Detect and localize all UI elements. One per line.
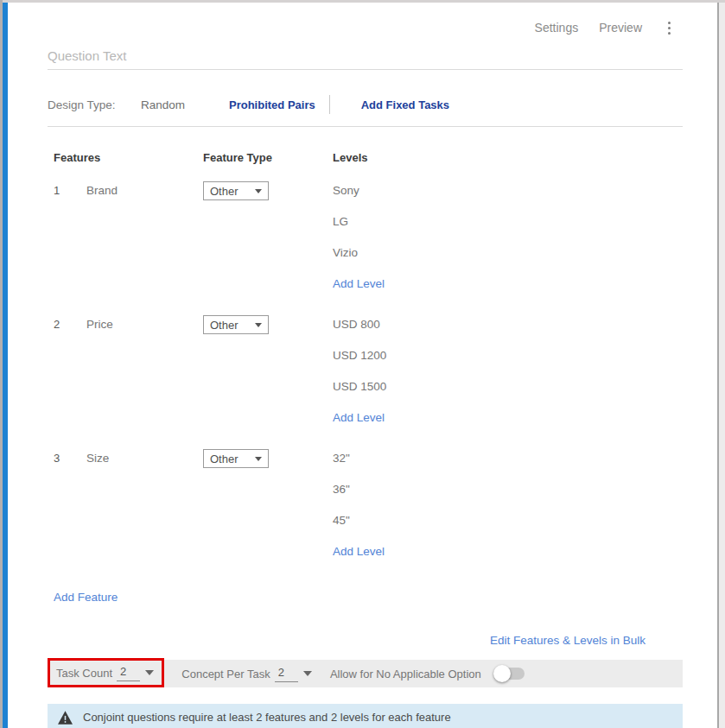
level-value[interactable]: Vizio (333, 244, 683, 263)
level-value[interactable]: 45" (333, 511, 683, 530)
chevron-down-icon (255, 323, 262, 327)
level-value[interactable]: LG (333, 212, 683, 231)
settings-button[interactable]: Settings (535, 21, 579, 35)
feature-name[interactable]: Brand (86, 181, 203, 200)
panel-right-border (717, 3, 719, 728)
question-text-input[interactable]: Question Text (48, 48, 683, 63)
toggle-knob (493, 665, 511, 682)
feature-type-value: Other (210, 185, 255, 198)
conjoint-controls-bar: Task Count 2 Concept Per Task 2 Allow fo… (48, 660, 683, 687)
warning-text: Conjoint questions require at least 2 fe… (83, 711, 451, 724)
levels-list: 32"36"45"Add Level (333, 449, 683, 573)
design-type-value[interactable]: Random (141, 98, 229, 111)
add-level-link[interactable]: Add Level (333, 275, 385, 294)
kebab-icon (668, 22, 671, 24)
concept-per-task-value[interactable]: 2 (275, 666, 298, 682)
concept-per-task-label: Concept Per Task (181, 668, 270, 681)
level-value[interactable]: USD 800 (333, 315, 683, 334)
feature-name[interactable]: Size (86, 449, 203, 468)
feature-type-select[interactable]: Other (203, 315, 269, 334)
feature-row: 3 Size Other 32"36"45"Add Level (48, 449, 683, 573)
scrollbar-track[interactable] (719, 3, 725, 728)
task-count-value[interactable]: 2 (117, 665, 140, 681)
features-column-header: Features (54, 151, 203, 164)
chevron-down-icon (255, 189, 262, 193)
na-option-label: Allow for No Applicable Option (330, 668, 481, 681)
level-value[interactable]: USD 1200 (333, 346, 683, 365)
question-text-underline (48, 69, 683, 70)
add-fixed-tasks-link[interactable]: Add Fixed Tasks (361, 98, 449, 111)
feature-name[interactable]: Price (86, 315, 203, 334)
window-top-edge (0, 0, 725, 3)
vertical-divider (329, 95, 330, 114)
feature-type-value: Other (210, 319, 255, 332)
levels-list: USD 800USD 1200USD 1500Add Level (333, 315, 683, 440)
level-value[interactable]: Sony (333, 181, 683, 200)
design-type-row: Design Type: Random Prohibited Pairs Add… (48, 96, 683, 113)
feature-table-header: Features Feature Type Levels (48, 151, 683, 164)
conjoint-question-editor: Settings Preview Question Text Design Ty… (8, 3, 717, 728)
validation-warning-banner: Conjoint questions require at least 2 fe… (48, 704, 683, 728)
na-option-control: Allow for No Applicable Option (330, 665, 526, 682)
add-level-link[interactable]: Add Level (333, 408, 385, 427)
na-option-toggle[interactable] (493, 665, 526, 682)
feature-type-select[interactable]: Other (203, 449, 269, 468)
task-count-label: Task Count (56, 667, 112, 680)
feature-type-column-header: Feature Type (203, 151, 333, 164)
task-count-highlight: Task Count 2 (48, 658, 164, 687)
chevron-down-icon (255, 457, 262, 461)
feature-row: 2 Price Other USD 800USD 1200USD 1500Add… (48, 315, 683, 440)
level-value[interactable]: 32" (333, 449, 683, 468)
feature-type-value: Other (210, 453, 255, 465)
feature-index: 3 (54, 449, 86, 468)
feature-rows: 1 Brand Other SonyLGVizioAdd Level 2 Pri… (48, 181, 683, 573)
level-value[interactable]: USD 1500 (333, 377, 683, 396)
kebab-icon (668, 32, 671, 35)
chevron-down-icon[interactable] (145, 670, 154, 675)
levels-list: SonyLGVizioAdd Level (333, 181, 683, 306)
feature-row: 1 Brand Other SonyLGVizioAdd Level (48, 181, 683, 306)
level-value[interactable]: 36" (333, 480, 683, 499)
prohibited-pairs-link[interactable]: Prohibited Pairs (229, 98, 315, 111)
selected-question-indicator (3, 3, 8, 728)
preview-button[interactable]: Preview (599, 21, 642, 35)
kebab-menu-button[interactable] (663, 20, 676, 36)
chevron-down-icon[interactable] (303, 671, 312, 676)
task-count-control[interactable]: Task Count 2 (56, 665, 154, 681)
feature-type-select[interactable]: Other (203, 181, 269, 200)
question-toolbar: Settings Preview (48, 20, 683, 35)
feature-index: 2 (54, 315, 86, 334)
add-level-link[interactable]: Add Level (333, 542, 385, 561)
kebab-icon (668, 27, 671, 29)
feature-index: 1 (54, 181, 86, 200)
add-feature-link[interactable]: Add Feature (54, 591, 118, 604)
warning-triangle-icon (58, 711, 73, 725)
design-type-label: Design Type: (48, 98, 141, 111)
concept-per-task-control[interactable]: Concept Per Task 2 (181, 666, 312, 682)
bulk-edit-link[interactable]: Edit Features & Levels in Bulk (490, 634, 646, 647)
levels-column-header: Levels (333, 151, 683, 164)
section-divider (48, 126, 683, 127)
